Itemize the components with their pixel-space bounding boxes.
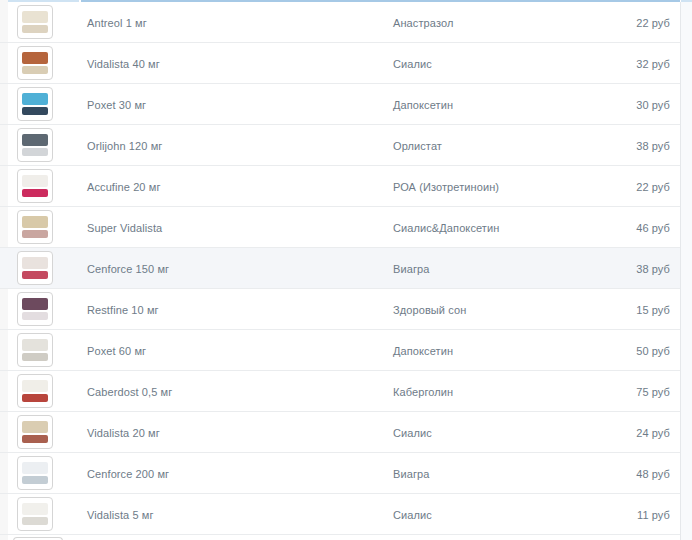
product-photo-bottom-part xyxy=(22,271,48,279)
product-photo-top-part xyxy=(22,339,48,351)
product-price: 48 руб xyxy=(636,453,670,494)
product-photo-top-part xyxy=(22,93,48,105)
product-price: 11 руб xyxy=(637,494,670,535)
product-photo-top-part xyxy=(22,52,48,64)
product-row[interactable]: Caberdost 0,5 мг Каберголин 75 руб xyxy=(0,371,680,412)
product-photo-top-part xyxy=(22,257,48,269)
poxet60-blister-photo xyxy=(22,338,48,362)
product-row[interactable]: Poxet 60 мг Дапоксетин 50 руб xyxy=(0,330,680,371)
product-row[interactable]: Restfine 10 мг Здоровый сон 15 руб xyxy=(0,289,680,330)
product-photo-bottom-part xyxy=(22,312,48,320)
product-row[interactable]: Antreol 1 мг Анастразол 22 руб xyxy=(0,2,680,43)
product-row[interactable]: Cenforce 150 мг Виагра 38 руб xyxy=(0,248,680,289)
product-substance: Дапоксетин xyxy=(393,84,453,125)
product-thumbnail[interactable] xyxy=(17,46,53,80)
product-substance: Орлистат xyxy=(393,125,442,166)
product-name: Cenforce 200 мг xyxy=(87,453,169,494)
product-photo-bottom-part xyxy=(22,189,48,197)
product-photo-top-part xyxy=(22,11,48,23)
product-price: 50 руб xyxy=(636,330,670,371)
orlijohn-blister-photo xyxy=(22,133,48,157)
product-thumbnail[interactable] xyxy=(17,456,53,490)
product-photo-bottom-part xyxy=(22,517,48,525)
product-thumbnail[interactable] xyxy=(17,87,53,121)
product-photo-top-part xyxy=(22,503,48,515)
product-photo-bottom-part xyxy=(22,230,48,238)
product-thumbnail[interactable] xyxy=(17,128,53,162)
product-photo-top-part xyxy=(22,175,48,187)
product-price: 22 руб xyxy=(636,2,670,43)
product-photo-top-part xyxy=(22,380,48,392)
product-photo-top-part xyxy=(22,134,48,146)
product-price: 38 руб xyxy=(636,125,670,166)
product-thumbnail[interactable] xyxy=(17,169,53,203)
product-name: Poxet 60 мг xyxy=(87,330,146,371)
product-price: 30 руб xyxy=(636,84,670,125)
table-top-border xyxy=(0,0,692,2)
product-row[interactable]: Accufine 20 мг РОА (Изотретиноин) 22 руб xyxy=(0,166,680,207)
product-price: 75 руб xyxy=(636,371,670,412)
product-name: Vidalista 5 мг xyxy=(87,494,154,535)
product-name: Accufine 20 мг xyxy=(87,166,161,207)
product-row[interactable]: Poxet 30 мг Дапоксетин 30 руб xyxy=(0,84,680,125)
product-row[interactable]: Cenforce 200 мг Виагра 48 руб xyxy=(0,453,680,494)
product-photo-bottom-part xyxy=(22,66,48,74)
product-photo-top-part xyxy=(22,421,48,433)
product-substance: Здоровый сон xyxy=(393,289,466,330)
product-substance: Сиалис xyxy=(393,412,432,453)
product-name: Super Vidalista xyxy=(87,207,162,248)
product-name: Poxet 30 мг xyxy=(87,84,146,125)
product-substance: Сиалис xyxy=(393,43,432,84)
product-photo-bottom-part xyxy=(22,435,48,443)
product-name: Restfine 10 мг xyxy=(87,289,159,330)
product-substance: Виагра xyxy=(393,453,429,494)
product-catalog-page: Antreol 1 мг Анастразол 22 руб Vidalista… xyxy=(0,0,692,540)
product-photo-bottom-part xyxy=(22,394,48,402)
table-right-gutter xyxy=(680,2,692,540)
product-thumbnail[interactable] xyxy=(17,374,53,408)
product-row[interactable]: Super Vidalista Сиалис&Дапоксетин 46 руб xyxy=(0,207,680,248)
vidalista20-blister-photo xyxy=(22,420,48,444)
product-row[interactable]: Vidalista 20 мг Сиалис 24 руб xyxy=(0,412,680,453)
product-photo-bottom-part xyxy=(22,25,48,33)
product-substance: Сиалис&Дапоксетин xyxy=(393,207,499,248)
accufine-box-photo xyxy=(22,174,48,198)
product-price: 46 руб xyxy=(636,207,670,248)
product-name: Caberdost 0,5 мг xyxy=(87,371,172,412)
product-name: Orlijohn 120 мг xyxy=(87,125,162,166)
product-price: 32 руб xyxy=(636,43,670,84)
product-thumbnail[interactable] xyxy=(17,210,53,244)
table-top-border-right-segment xyxy=(681,0,692,2)
product-price: 22 руб xyxy=(636,166,670,207)
product-photo-bottom-part xyxy=(22,107,48,115)
product-photo-top-part xyxy=(22,462,48,474)
product-thumbnail[interactable] xyxy=(17,415,53,449)
product-thumbnail[interactable] xyxy=(17,5,53,39)
product-row[interactable]: Vidalista 40 мг Сиалис 32 руб xyxy=(0,43,680,84)
product-photo-top-part xyxy=(22,216,48,228)
product-row[interactable]: Vidalista 5 мг Сиалис 11 руб xyxy=(0,494,680,535)
product-table: Antreol 1 мг Анастразол 22 руб Vidalista… xyxy=(0,2,680,535)
product-name: Vidalista 20 мг xyxy=(87,412,160,453)
product-photo-top-part xyxy=(22,298,48,310)
cenforce150-box-photo xyxy=(22,256,48,280)
antreol-blister-photo xyxy=(22,10,48,34)
product-substance: РОА (Изотретиноин) xyxy=(393,166,499,207)
product-thumbnail[interactable] xyxy=(17,251,53,285)
product-thumbnail[interactable] xyxy=(17,333,53,367)
product-name: Cenforce 150 мг xyxy=(87,248,169,289)
table-top-border-main-segment xyxy=(81,0,680,2)
vidalista5-box-photo xyxy=(22,502,48,526)
product-thumbnail[interactable] xyxy=(17,497,53,531)
vidalista40-box-photo xyxy=(22,51,48,75)
product-price: 24 руб xyxy=(636,412,670,453)
product-price: 15 руб xyxy=(636,289,670,330)
product-photo-bottom-part xyxy=(22,476,48,484)
table-top-border-photo-segment xyxy=(8,0,79,2)
product-thumbnail[interactable] xyxy=(17,292,53,326)
product-substance: Каберголин xyxy=(393,371,453,412)
product-substance: Анастразол xyxy=(393,2,453,43)
restfine-box-photo xyxy=(22,297,48,321)
product-photo-bottom-part xyxy=(22,148,48,156)
product-row[interactable]: Orlijohn 120 мг Орлистат 38 руб xyxy=(0,125,680,166)
